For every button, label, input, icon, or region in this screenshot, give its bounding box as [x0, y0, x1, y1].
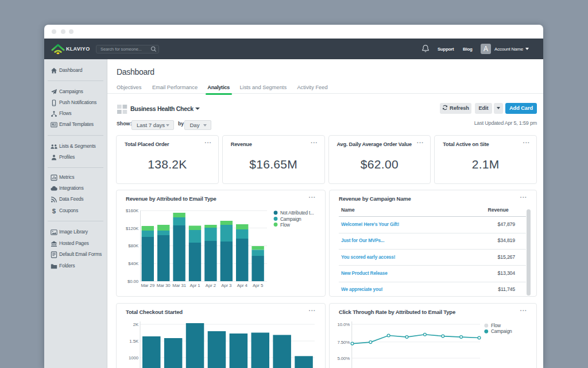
svg-text:Mar 29: Mar 29	[141, 283, 154, 288]
svg-text:$80K: $80K	[128, 243, 139, 248]
svg-text:Campaign: Campaign	[280, 216, 301, 222]
svg-text:Not Attributed t...: Not Attributed t...	[280, 210, 314, 216]
svg-text:1000: 1000	[129, 355, 139, 361]
svg-text:1.5K: 1.5K	[129, 339, 139, 344]
svg-text:Apr 1: Apr 1	[189, 283, 200, 288]
svg-text:10.0%: 10.0%	[337, 322, 350, 327]
svg-text:$40K: $40K	[128, 261, 139, 266]
svg-text:$: $	[52, 208, 56, 214]
svg-text:$0.00: $0.00	[127, 279, 139, 284]
svg-text:Mar 31: Mar 31	[172, 283, 186, 288]
svg-text:Apr 3: Apr 3	[221, 283, 231, 288]
svg-text:Apr 5: Apr 5	[253, 283, 264, 288]
svg-text:5.00%: 5.00%	[337, 356, 350, 361]
svg-text:7.50%: 7.50%	[337, 340, 350, 345]
svg-text:Flow: Flow	[491, 323, 501, 328]
svg-text:Flow: Flow	[280, 222, 291, 228]
svg-text:Apr 2: Apr 2	[206, 283, 216, 288]
svg-text:Mar 30: Mar 30	[157, 283, 171, 288]
svg-text:$160K: $160K	[126, 208, 139, 213]
svg-text:$120K: $120K	[126, 226, 139, 231]
svg-text:2K: 2K	[133, 322, 139, 327]
svg-text:Campaign: Campaign	[491, 328, 512, 334]
svg-text:Apr 4: Apr 4	[237, 283, 248, 288]
